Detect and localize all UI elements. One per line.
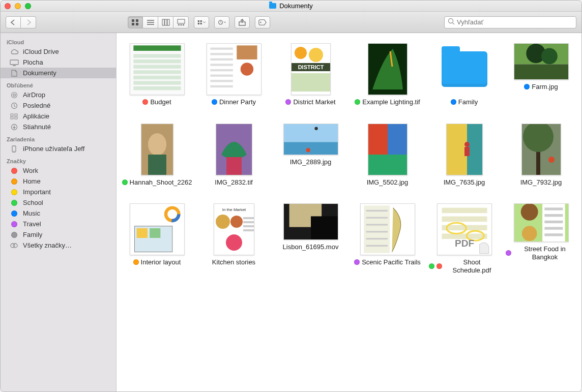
- sidebar-item-airdrop[interactable]: AirDrop: [1, 89, 116, 100]
- svg-rect-11: [178, 24, 180, 25]
- tag-dot-icon: [354, 259, 360, 265]
- svg-rect-7: [162, 19, 164, 25]
- sidebar-item-label: Music: [23, 209, 40, 217]
- file-label: IMG_7635.jpg: [444, 178, 485, 187]
- titlebar: Dokumenty: [1, 1, 581, 12]
- tag-dot-icon: [10, 178, 19, 185]
- sidebar-item-dokumenty[interactable]: Dokumenty: [1, 68, 116, 78]
- file-item[interactable]: Family: [429, 43, 500, 106]
- column-view-button[interactable]: [158, 16, 173, 28]
- file-thumbnail: [368, 124, 408, 175]
- search-input[interactable]: [457, 18, 573, 26]
- sidebar-item-label: iCloud Drive: [23, 48, 59, 55]
- sidebar-item-label: Important: [23, 188, 51, 196]
- cloud-icon: [10, 48, 19, 55]
- file-item[interactable]: DISTRICTDistrict Market: [275, 43, 346, 106]
- sidebar-item-label: School: [23, 199, 43, 206]
- svg-rect-130: [544, 227, 563, 230]
- search-field[interactable]: [444, 16, 576, 28]
- svg-rect-79: [388, 124, 407, 155]
- file-label-row: Kitchen stories: [212, 258, 255, 266]
- svg-point-70: [148, 133, 166, 156]
- file-item[interactable]: In the MarketKitchen stories: [198, 203, 269, 274]
- tag-dot-icon: [10, 189, 19, 196]
- svg-rect-106: [311, 217, 338, 240]
- svg-rect-23: [10, 60, 18, 65]
- svg-point-98: [230, 216, 243, 228]
- content-area[interactable]: BudgetDinner PartyDISTRICTDistrict Marke…: [117, 33, 581, 391]
- svg-rect-112: [366, 231, 387, 232]
- back-button[interactable]: [6, 16, 21, 28]
- arrange-button[interactable]: [194, 16, 209, 28]
- file-item[interactable]: Farm.jpg: [506, 43, 576, 106]
- sidebar-item-v-etky-zna-ky-[interactable]: Všetky značky…: [1, 240, 116, 251]
- sidebar-item-stiahnut-[interactable]: Stiahnuté: [1, 122, 116, 132]
- list-view-button[interactable]: [143, 16, 158, 28]
- file-item[interactable]: Interior layout: [122, 203, 192, 274]
- svg-rect-109: [366, 210, 387, 212]
- tag-dot-icon: [10, 199, 19, 206]
- sidebar-item-work[interactable]: Work: [1, 165, 116, 176]
- file-item[interactable]: IMG_2889.jpg: [275, 124, 346, 187]
- share-button[interactable]: [235, 16, 250, 28]
- minimize-window-button[interactable]: [15, 3, 21, 9]
- file-item[interactable]: Dinner Party: [198, 43, 269, 106]
- file-item[interactable]: IMG_2832.tif: [198, 124, 269, 187]
- file-item[interactable]: PDFShoot Schedule.pdf: [429, 203, 500, 274]
- svg-rect-45: [133, 81, 181, 84]
- sidebar-item-family[interactable]: Family: [1, 229, 116, 240]
- file-item[interactable]: Hannah_Shoot_2262: [122, 124, 192, 187]
- close-window-button[interactable]: [5, 3, 11, 9]
- svg-rect-50: [210, 48, 233, 50]
- action-menu-button[interactable]: [214, 16, 229, 28]
- svg-rect-17: [200, 22, 202, 24]
- tag-dot-icon: [436, 263, 442, 269]
- file-thumbnail: [521, 124, 561, 175]
- svg-rect-42: [133, 65, 181, 69]
- file-item[interactable]: Street Food in Bangkok: [506, 203, 576, 274]
- forward-button[interactable]: [21, 16, 36, 28]
- gallery-view-button[interactable]: [173, 16, 189, 28]
- sidebar-item-label: Stiahnuté: [23, 123, 51, 131]
- file-thumbnail: [446, 124, 483, 175]
- sidebar-item-travel[interactable]: Travel: [1, 219, 116, 229]
- svg-rect-39: [133, 45, 181, 51]
- sidebar-item-important[interactable]: Important: [1, 187, 116, 197]
- sidebar-item-icloud-drive[interactable]: iCloud Drive: [1, 46, 116, 57]
- tag-dot-icon: [285, 99, 291, 105]
- sidebar-item-iphone-u-vate-a-jeff[interactable]: iPhone užívateľa Jeff: [1, 143, 116, 154]
- window-title-text: Dokumenty: [279, 2, 313, 10]
- svg-rect-9: [167, 19, 169, 25]
- svg-point-125: [521, 226, 537, 242]
- zoom-window-button[interactable]: [25, 3, 31, 9]
- svg-rect-1: [136, 19, 138, 22]
- sidebar-item-plocha[interactable]: Plocha: [1, 57, 116, 68]
- file-label: Budget: [150, 98, 171, 106]
- window-title: Dokumenty: [1, 2, 581, 10]
- sidebar-item-aplik-cie[interactable]: Aplikácie: [1, 111, 116, 122]
- svg-rect-100: [243, 217, 254, 219]
- file-item[interactable]: IMG_7635.jpg: [429, 124, 500, 187]
- svg-rect-29: [11, 114, 13, 116]
- file-item[interactable]: Scenic Pacific Trails: [352, 203, 423, 274]
- file-thumbnail: [437, 43, 492, 95]
- sidebar-item-home[interactable]: Home: [1, 176, 116, 187]
- file-thumbnail: [130, 43, 185, 95]
- file-item[interactable]: Budget: [122, 43, 192, 106]
- tags-button[interactable]: [255, 16, 270, 28]
- svg-point-88: [548, 157, 555, 163]
- svg-rect-101: [243, 221, 254, 223]
- file-item[interactable]: IMG_5502.jpg: [352, 124, 423, 187]
- file-item[interactable]: IMG_7932.jpg: [506, 124, 576, 187]
- file-item[interactable]: Example Lighting.tif: [352, 43, 423, 106]
- sidebar-item-label: iPhone užívateľa Jeff: [23, 145, 84, 153]
- file-label-row: Family: [451, 98, 478, 106]
- file-item[interactable]: Lisbon_61695.mov: [275, 203, 346, 274]
- svg-rect-30: [15, 114, 17, 116]
- file-label: Scenic Pacific Trails: [362, 258, 421, 266]
- sidebar-item-posledn-[interactable]: Posledné: [1, 100, 116, 111]
- sidebar-item-music[interactable]: Music: [1, 208, 116, 219]
- sidebar-item-label: Všetky značky…: [23, 242, 72, 249]
- icon-view-button[interactable]: [128, 16, 143, 28]
- sidebar-item-school[interactable]: School: [1, 197, 116, 208]
